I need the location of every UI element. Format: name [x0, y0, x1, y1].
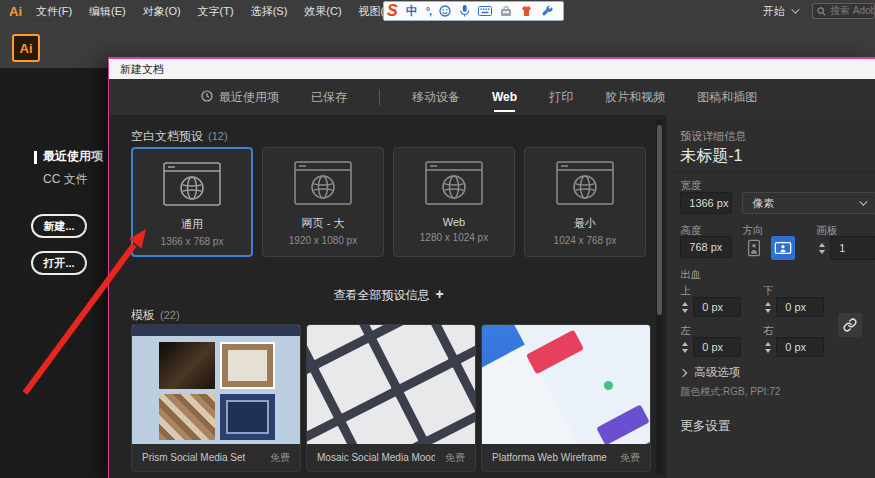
template-card-prism[interactable]: Prism Social Media Set 免费	[131, 324, 301, 472]
details-header: 预设详细信息	[680, 129, 746, 144]
tab-mobile[interactable]: 移动设备	[412, 79, 460, 115]
preset-size: 1920 x 1080 px	[289, 235, 357, 246]
step-up-icon	[682, 302, 688, 306]
preset-name: 最小	[574, 216, 596, 231]
ai-logo: Ai	[9, 4, 22, 19]
template-price: 免费	[445, 451, 465, 465]
height-input[interactable]: 768 px	[680, 236, 732, 258]
preset-size: 1366 x 768 px	[161, 236, 224, 247]
bleed-right-label: 右	[763, 324, 774, 338]
new-document-dialog: 新建文档 最近使用项 已保存 移动设备 Web 打印 胶片和视频 图稿和插图 空…	[108, 57, 875, 478]
web-document-icon	[294, 161, 352, 209]
menu-effect[interactable]: 效果(C)	[304, 4, 341, 19]
bleed-right-input[interactable]: 0 px	[776, 337, 824, 357]
step-down-icon	[765, 309, 771, 313]
width-input[interactable]: 1366 px	[680, 192, 732, 214]
chinese-mode-icon[interactable]: 中	[406, 3, 418, 20]
menu-select[interactable]: 选择(S)	[251, 4, 288, 19]
scrollbar-track[interactable]	[656, 119, 663, 474]
tab-label: 最近使用项	[219, 89, 279, 106]
bleed-left-stepper[interactable]	[679, 337, 690, 357]
templates-header: 模板(22)	[131, 307, 180, 324]
dialog-titlebar: 新建文档	[109, 59, 875, 79]
artboards-input[interactable]: 1	[830, 236, 875, 260]
search-icon	[817, 3, 826, 19]
bleed-left-label: 左	[680, 324, 691, 338]
tab-web[interactable]: Web	[492, 79, 517, 115]
template-footer: Prism Social Media Set 免费	[132, 444, 300, 471]
menu-type[interactable]: 文字(T)	[198, 4, 234, 19]
tab-film-video[interactable]: 胶片和视频	[605, 79, 665, 115]
template-thumbnail	[307, 325, 475, 444]
unit-select[interactable]: 像素	[742, 192, 875, 214]
preset-card-web-large[interactable]: 网页 - 大 1920 x 1080 px	[262, 147, 384, 257]
bleed-top-stepper[interactable]	[679, 297, 690, 317]
template-thumbnail	[482, 325, 650, 444]
orientation-landscape-button[interactable]	[771, 236, 795, 260]
plus-icon: +	[435, 286, 443, 302]
tab-recent[interactable]: 最近使用项	[201, 79, 279, 115]
preset-name: Web	[443, 216, 465, 228]
step-up-icon	[682, 342, 688, 346]
tab-saved[interactable]: 已保存	[311, 79, 347, 115]
tab-label: 图稿和插图	[697, 89, 757, 106]
keyboard-icon[interactable]	[478, 6, 492, 16]
tshirt-icon[interactable]	[520, 5, 533, 17]
web-document-icon	[425, 161, 483, 209]
tab-art-illustration[interactable]: 图稿和插图	[697, 79, 757, 115]
preset-card-row: 通用 1366 x 768 px 网页 - 大 1920 x 1080 px W…	[131, 147, 646, 257]
tab-label: 移动设备	[412, 89, 460, 106]
divider	[666, 172, 875, 173]
tab-print[interactable]: 打印	[549, 79, 573, 115]
menu-object[interactable]: 对象(O)	[143, 4, 181, 19]
template-price: 免费	[270, 451, 290, 465]
preset-card-common[interactable]: 通用 1366 x 768 px	[131, 147, 253, 257]
more-settings-button[interactable]: 更多设置	[680, 418, 730, 435]
menu-edit[interactable]: 编辑(E)	[89, 4, 126, 19]
start-dropdown[interactable]: 开始	[763, 0, 797, 22]
document-name-field[interactable]: 未标题-1	[680, 146, 742, 167]
advanced-options-toggle[interactable]: 高级选项	[680, 365, 740, 380]
wrench-icon[interactable]	[541, 5, 554, 18]
open-button[interactable]: 打开...	[31, 251, 87, 275]
bleed-top-label: 上	[680, 284, 691, 298]
chevron-down-icon	[859, 197, 867, 205]
punctuation-icon[interactable]: °,	[426, 5, 431, 17]
microphone-icon[interactable]	[459, 4, 470, 18]
bleed-bottom-input[interactable]: 0 px	[776, 297, 824, 317]
scrollbar-thumb[interactable]	[657, 125, 662, 315]
active-indicator	[34, 151, 37, 164]
dialog-title: 新建文档	[120, 62, 164, 77]
menu-file[interactable]: 文件(F)	[36, 4, 72, 19]
ai-app-icon[interactable]: Ai	[12, 34, 40, 62]
template-card-platforma[interactable]: Platforma Web Wireframe Kit 免费	[481, 324, 651, 472]
preset-name: 网页 - 大	[302, 216, 345, 231]
step-up-icon	[765, 342, 771, 346]
link-bleed-values-button[interactable]	[838, 313, 862, 337]
artboards-stepper[interactable]	[816, 236, 827, 260]
toolbox-icon[interactable]	[500, 6, 512, 17]
start-label: 开始	[763, 4, 785, 19]
preset-name: 通用	[181, 217, 203, 232]
emoji-icon[interactable]	[439, 5, 451, 17]
search-input[interactable]: 搜索 Adob	[812, 3, 875, 19]
dialog-content: 空白文档预设(12) 通用 1366 x 768 px 网页 - 大 1920 …	[109, 115, 875, 478]
new-button[interactable]: 新建...	[31, 214, 87, 238]
bleed-top-input[interactable]: 0 px	[693, 297, 741, 317]
preset-card-web[interactable]: Web 1280 x 1024 px	[393, 147, 515, 257]
sogou-logo-icon[interactable]: S	[387, 3, 398, 19]
bleed-right-stepper[interactable]	[762, 337, 773, 357]
preset-card-minimum[interactable]: 最小 1024 x 768 px	[524, 147, 646, 257]
sidebar-item-recent[interactable]: 最近使用项	[43, 148, 103, 165]
sidebar-item-cc-files[interactable]: CC 文件	[43, 171, 88, 188]
tab-label: 胶片和视频	[605, 89, 665, 106]
bleed-left-input[interactable]: 0 px	[693, 337, 741, 357]
bleed-bottom-stepper[interactable]	[762, 297, 773, 317]
bleed-label: 出血	[680, 268, 701, 282]
section-count: (22)	[160, 309, 180, 321]
orientation-portrait-button[interactable]	[742, 236, 766, 260]
view-all-presets-link[interactable]: 查看全部预设信息+	[131, 286, 646, 304]
step-up-icon	[819, 243, 825, 247]
section-title: 空白文档预设	[131, 129, 203, 143]
template-card-mosaic[interactable]: Mosaic Social Media Moodboard... 免费	[306, 324, 476, 472]
